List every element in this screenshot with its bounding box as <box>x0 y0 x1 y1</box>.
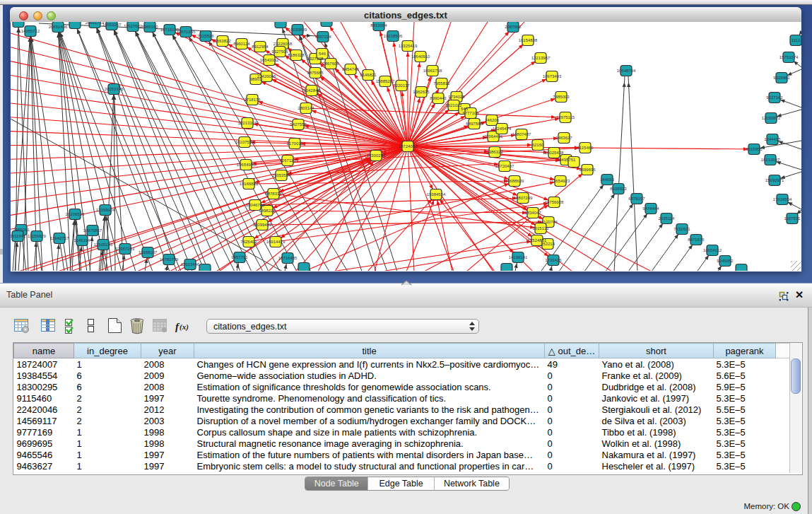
svg-text:9427552: 9427552 <box>290 122 307 127</box>
svg-text:15720407: 15720407 <box>495 164 514 168</box>
svg-text:10653267: 10653267 <box>102 23 122 27</box>
svg-text:12213319: 12213319 <box>238 121 257 125</box>
svg-text:11156829: 11156829 <box>28 234 46 238</box>
svg-text:11120746: 11120746 <box>539 220 558 224</box>
svg-text:10688609: 10688609 <box>505 179 524 183</box>
svg-text:13495751: 13495751 <box>557 158 576 162</box>
svg-text:18807249: 18807249 <box>514 196 533 200</box>
svg-text:14136141: 14136141 <box>509 255 528 259</box>
svg-text:8912954: 8912954 <box>252 45 269 49</box>
svg-text:23226058: 23226058 <box>273 42 293 46</box>
svg-text:144093: 144093 <box>600 177 615 182</box>
svg-text:7625402: 7625402 <box>240 240 257 244</box>
svg-text:30975867: 30975867 <box>83 228 102 233</box>
svg-text:12975115: 12975115 <box>556 115 575 119</box>
svg-text:7955812: 7955812 <box>433 81 450 86</box>
svg-text:8471676: 8471676 <box>688 238 705 242</box>
svg-text:12093872: 12093872 <box>762 116 781 120</box>
svg-text:16210647: 16210647 <box>761 158 780 162</box>
svg-text:9115460: 9115460 <box>577 146 594 150</box>
svg-text:8186328: 8186328 <box>288 53 305 57</box>
svg-text:15692971: 15692971 <box>765 178 784 182</box>
svg-text:10654112: 10654112 <box>703 248 722 252</box>
svg-text:18724007: 18724007 <box>399 144 418 148</box>
svg-text:9245052: 9245052 <box>717 259 734 263</box>
svg-text:8990443: 8990443 <box>430 96 447 100</box>
svg-text:7357224: 7357224 <box>314 35 331 39</box>
svg-text:2935114: 2935114 <box>659 216 676 221</box>
svg-text:16914479: 16914479 <box>266 240 286 244</box>
svg-text:9777109: 9777109 <box>462 111 479 115</box>
svg-text:19654955: 19654955 <box>237 163 256 167</box>
svg-text:15751074: 15751074 <box>779 55 799 59</box>
svg-text:10648764: 10648764 <box>617 69 636 73</box>
svg-text:16154808: 16154808 <box>519 38 538 42</box>
svg-text:20691406: 20691406 <box>49 25 68 29</box>
svg-text:8938923: 8938923 <box>610 187 627 191</box>
svg-text:9734028: 9734028 <box>448 95 465 99</box>
svg-text:16033809: 16033809 <box>288 28 307 32</box>
svg-text:2803144: 2803144 <box>298 106 314 110</box>
svg-text:98901: 98901 <box>250 77 262 81</box>
svg-text:8960124: 8960124 <box>233 42 250 46</box>
svg-text:9146821: 9146821 <box>360 73 377 77</box>
svg-text:16107554: 16107554 <box>235 140 254 144</box>
svg-text:14055712: 14055712 <box>21 29 40 33</box>
svg-text:546: 546 <box>319 52 326 56</box>
svg-text:12942757: 12942757 <box>50 236 69 240</box>
svg-text:8215955: 8215955 <box>746 147 763 151</box>
svg-text:9227342: 9227342 <box>766 95 783 100</box>
svg-text:1498222: 1498222 <box>259 209 276 213</box>
svg-text:12213967: 12213967 <box>531 56 551 60</box>
svg-text:10046746: 10046746 <box>246 203 265 207</box>
svg-text:10958107: 10958107 <box>139 250 158 255</box>
svg-text:9699695: 9699695 <box>579 168 596 172</box>
svg-text:8454749: 8454749 <box>342 67 359 71</box>
svg-text:3267110: 3267110 <box>280 158 297 163</box>
svg-text:1145194: 1145194 <box>74 238 91 243</box>
svg-text:12923446: 12923446 <box>181 262 200 267</box>
svg-text:(x): (x) <box>180 322 189 332</box>
svg-text:7663822: 7663822 <box>214 39 231 43</box>
svg-text:16543362: 16543362 <box>260 58 279 62</box>
svg-text:2718176: 2718176 <box>244 98 261 102</box>
svg-text:3875685: 3875685 <box>307 71 324 75</box>
svg-text:62160: 62160 <box>532 143 544 147</box>
svg-text:19384554: 19384554 <box>427 192 446 197</box>
svg-text:2867608: 2867608 <box>322 62 339 66</box>
svg-text:1615132: 1615132 <box>532 226 549 230</box>
svg-text:9242848: 9242848 <box>303 88 320 93</box>
svg-text:16782759: 16782759 <box>160 257 179 262</box>
svg-text:10025438: 10025438 <box>545 151 564 155</box>
svg-text:18640910: 18640910 <box>411 54 430 59</box>
svg-text:746206: 746206 <box>485 118 500 122</box>
svg-text:9834047: 9834047 <box>524 211 541 215</box>
svg-text:8220137: 8220137 <box>393 83 410 88</box>
svg-text:10671355: 10671355 <box>177 30 196 34</box>
svg-text:15885207: 15885207 <box>376 79 395 83</box>
svg-text:3911941: 3911941 <box>11 234 26 238</box>
svg-text:19166825: 19166825 <box>240 182 259 186</box>
svg-text:19353594: 19353594 <box>272 173 291 177</box>
svg-text:1244415: 1244415 <box>764 137 781 141</box>
svg-text:11527602: 11527602 <box>124 24 143 28</box>
svg-text:6966160: 6966160 <box>141 25 158 29</box>
svg-text:13654923: 13654923 <box>551 179 570 183</box>
svg-text:252214: 252214 <box>541 242 555 246</box>
svg-text:9329961: 9329961 <box>773 76 790 80</box>
svg-text:10973493: 10973493 <box>543 74 562 78</box>
svg-text:20364436: 20364436 <box>484 134 503 139</box>
svg-text:1621022: 1621022 <box>445 103 462 107</box>
svg-text:1733426: 1733426 <box>545 258 562 262</box>
svg-text:19756928: 19756928 <box>545 200 564 204</box>
svg-text:9463627: 9463627 <box>555 136 572 140</box>
svg-text:18300295: 18300295 <box>367 153 386 158</box>
svg-text:16245474: 16245474 <box>493 127 512 131</box>
svg-text:17016504: 17016504 <box>773 197 792 201</box>
svg-text:2087662: 2087662 <box>505 25 522 29</box>
svg-text:2386322: 2386322 <box>486 150 503 154</box>
svg-text:9327508: 9327508 <box>307 57 324 61</box>
svg-text:7515526: 7515526 <box>197 34 214 38</box>
svg-text:10807487: 10807487 <box>512 132 531 136</box>
svg-text:1167531: 1167531 <box>784 216 801 221</box>
